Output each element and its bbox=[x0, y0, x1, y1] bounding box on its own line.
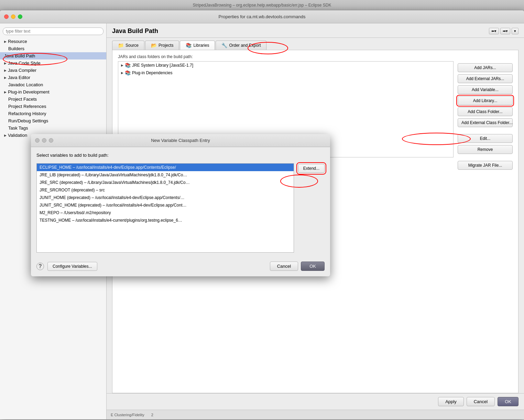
arrow-icon: ▶ bbox=[4, 62, 7, 65]
sidebar-item-java-compiler[interactable]: ▶ Java Compiler bbox=[0, 67, 106, 74]
traffic-lights bbox=[4, 14, 22, 19]
back-button[interactable]: ⬅▾ bbox=[489, 28, 499, 34]
tree-item-jre[interactable]: ▶ 📚 JRE System Library [JavaSE-1.7] bbox=[118, 62, 453, 69]
background-window-strip: StripedJavaBrowsing – org.eclipse.help.w… bbox=[0, 0, 524, 10]
sidebar-item-label: Javadoc Location bbox=[8, 82, 43, 87]
new-variable-dialog: New Variable Classpath Entry Select vari… bbox=[31, 134, 330, 276]
dialog-ok-button[interactable]: OK bbox=[301, 262, 325, 271]
tree-item-label: JRE System Library [JavaSE-1.7] bbox=[132, 63, 193, 68]
filter-input[interactable] bbox=[3, 27, 103, 35]
tree-item-plugin-deps[interactable]: ▶ 📚 Plug-in Dependencies bbox=[118, 69, 453, 77]
dialog-bottom-left: ? Configure Variables... bbox=[36, 262, 97, 271]
sidebar-item-java-editor[interactable]: ▶ Java Editor bbox=[0, 74, 106, 81]
header-nav-buttons: ⬅▾ ➡▾ ▾ bbox=[489, 28, 518, 34]
arrow-icon: ▶ bbox=[4, 134, 7, 137]
dialog-close bbox=[35, 138, 40, 143]
tab-libraries[interactable]: 📚 Libraries bbox=[180, 41, 215, 50]
edit-button[interactable]: Edit... bbox=[458, 134, 513, 143]
tree-item-label: Plug-in Dependencies bbox=[132, 70, 172, 75]
add-external-jars-button[interactable]: Add External JARs... bbox=[458, 74, 513, 83]
variable-item-label: JRE_SRCROOT (deprecated) – src bbox=[40, 188, 105, 192]
tree-expand-icon: ▶ bbox=[121, 64, 123, 67]
variable-item-m2-repo[interactable]: M2_REPO – /Users/bsd/.m2/repository bbox=[37, 209, 294, 217]
variable-item-label: TESTNG_HOME – /usr/local/installs/e4-cur… bbox=[40, 218, 182, 223]
sidebar-item-java-build-path[interactable]: Java Build Path bbox=[0, 52, 106, 59]
sidebar-filter[interactable] bbox=[3, 27, 103, 35]
tree-expand-icon: ▶ bbox=[121, 71, 123, 75]
dialog-title: New Variable Classpath Entry bbox=[151, 138, 210, 143]
sidebar-item-label: Java Code Style bbox=[8, 60, 41, 66]
add-variable-button[interactable]: Add Variable... bbox=[458, 85, 513, 94]
apply-button[interactable]: Apply bbox=[438, 397, 464, 406]
remove-button[interactable]: Remove bbox=[458, 145, 513, 154]
variable-item-jre-srcroot[interactable]: JRE_SRCROOT (deprecated) – src bbox=[37, 186, 294, 194]
add-class-folder-button[interactable]: Add Class Folder... bbox=[458, 107, 513, 116]
variable-item-jre-lib[interactable]: JRE_LIB (deprecated) – /Library/Java/Jav… bbox=[37, 171, 294, 179]
sidebar-item-label: Project References bbox=[8, 104, 46, 109]
minimize-button[interactable] bbox=[11, 14, 15, 19]
menu-button[interactable]: ▾ bbox=[512, 28, 518, 34]
variable-item-label: ECLIPSE_HOME – /usr/local/installs/e4-de… bbox=[40, 165, 176, 170]
extend-button[interactable]: Extend... bbox=[298, 164, 325, 173]
bottom-buttons: Apply Cancel OK bbox=[107, 393, 524, 410]
sidebar-item-project-references[interactable]: Project References bbox=[0, 103, 106, 110]
variable-item-label: JRE_LIB (deprecated) – /Library/Java/Jav… bbox=[40, 173, 187, 177]
add-library-button[interactable]: Add Library... bbox=[458, 96, 513, 105]
dialog-cancel-button[interactable]: Cancel bbox=[270, 262, 298, 271]
tab-projects[interactable]: 📂 Projects bbox=[145, 41, 179, 50]
dialog-maximize bbox=[49, 138, 53, 143]
variable-item-junit-home[interactable]: JUNIT_HOME (deprecated) – /usr/local/ins… bbox=[37, 194, 294, 201]
sidebar-item-project-facets[interactable]: Project Facets bbox=[0, 96, 106, 103]
bg-window-title: StripedJavaBrowsing – org.eclipse.help.w… bbox=[193, 3, 331, 8]
content-header: Java Build Path ⬅▾ ➡▾ ▾ bbox=[107, 23, 524, 38]
sidebar-item-label: Refactoring History bbox=[8, 111, 46, 116]
variable-item-eclipse-home[interactable]: ECLIPSE_HOME – /usr/local/installs/e4-de… bbox=[37, 164, 294, 171]
arrow-icon: ▶ bbox=[4, 76, 7, 79]
sidebar-item-plugin-dev[interactable]: ▶ Plug-in Development bbox=[0, 88, 106, 96]
sidebar-item-java-code-style[interactable]: ▶ Java Code Style bbox=[0, 59, 106, 67]
status-text-1: E Clustering/Fidelity bbox=[111, 413, 144, 417]
add-external-class-folder-button[interactable]: Add External Class Folder... bbox=[458, 118, 513, 127]
variable-item-label: M2_REPO – /Users/bsd/.m2/repository bbox=[40, 210, 111, 215]
page-title: Java Build Path bbox=[112, 27, 158, 35]
ok-button[interactable]: OK bbox=[498, 397, 518, 406]
tab-source[interactable]: 📁 Source bbox=[112, 41, 144, 50]
variable-item-junit-src-home[interactable]: JUNIT_SRC_HOME (deprecated) – /usr/local… bbox=[37, 201, 294, 209]
variable-item-testng-home[interactable]: TESTNG_HOME – /usr/local/installs/e4-cur… bbox=[37, 217, 294, 224]
projects-icon: 📂 bbox=[151, 43, 157, 48]
migrate-jar-button[interactable]: Migrate JAR File... bbox=[458, 161, 513, 170]
arrow-icon: ▶ bbox=[4, 90, 7, 94]
forward-button[interactable]: ➡▾ bbox=[500, 28, 510, 34]
tab-projects-label: Projects bbox=[159, 43, 173, 48]
variable-item-label: JUNIT_SRC_HOME (deprecated) – /usr/local… bbox=[40, 203, 187, 208]
close-button[interactable] bbox=[4, 14, 9, 19]
sidebar-item-javadoc[interactable]: Javadoc Location bbox=[0, 81, 106, 88]
arrow-icon: ▶ bbox=[4, 69, 7, 72]
add-jars-button[interactable]: Add JARs... bbox=[458, 63, 513, 72]
configure-variables-button[interactable]: Configure Variables... bbox=[47, 262, 97, 271]
sidebar-item-label: Java Editor bbox=[8, 75, 30, 80]
sidebar-item-refactoring[interactable]: Refactoring History bbox=[0, 110, 106, 117]
arrow-icon: ▶ bbox=[4, 40, 7, 43]
sidebar-item-label: Validation bbox=[8, 133, 27, 138]
variable-list: ECLIPSE_HOME – /usr/local/installs/e4-de… bbox=[36, 163, 294, 253]
sidebar-item-label: Plug-in Development bbox=[8, 89, 50, 95]
help-button[interactable]: ? bbox=[36, 263, 44, 270]
sidebar-item-builders[interactable]: Builders bbox=[0, 45, 106, 52]
source-icon: 📁 bbox=[118, 43, 124, 48]
sidebar-item-run-debug[interactable]: Run/Debug Settings bbox=[0, 117, 106, 124]
cancel-button[interactable]: Cancel bbox=[467, 397, 495, 406]
variable-item-jre-src[interactable]: JRE_SRC (deprecated) – /Library/Java/Jav… bbox=[37, 179, 294, 186]
sidebar-item-resource[interactable]: ▶ Resource bbox=[0, 38, 106, 45]
dialog-body: Select variables to add to build path: E… bbox=[31, 147, 330, 258]
sidebar-item-task-tags[interactable]: Task Tags bbox=[0, 124, 106, 132]
maximize-button[interactable] bbox=[18, 14, 22, 19]
title-bar: Properties for ca.mt.wb.devtools.command… bbox=[0, 10, 524, 23]
extend-btn-area: Extend... bbox=[298, 163, 325, 253]
tab-source-label: Source bbox=[125, 43, 139, 48]
window-title: Properties for ca.mt.wb.devtools.command… bbox=[219, 14, 306, 19]
dialog-bottom: ? Configure Variables... Cancel OK bbox=[31, 258, 330, 276]
library-list-label: JARs and class folders on the build path… bbox=[118, 54, 454, 59]
tab-order-export[interactable]: 🔧 Order and Export bbox=[216, 41, 266, 50]
dialog-content-row: ECLIPSE_HOME – /usr/local/installs/e4-de… bbox=[36, 163, 325, 253]
